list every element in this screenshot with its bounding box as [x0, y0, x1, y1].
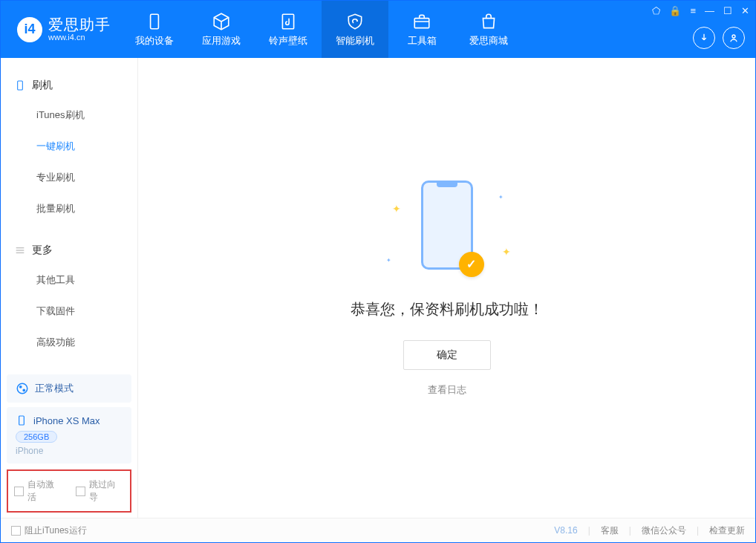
device-type: iPhone — [16, 446, 43, 456]
tab-my-device[interactable]: 我的设备 — [121, 1, 188, 58]
success-message: 恭喜您，保资料刷机成功啦！ — [351, 299, 544, 319]
sidebar-item-oneclick-flash[interactable]: 一键刷机 — [1, 131, 137, 162]
maximize-button[interactable]: ☐ — [723, 5, 732, 16]
lock-icon[interactable]: 🔒 — [669, 5, 681, 16]
shield-refresh-icon — [345, 12, 365, 31]
checkbox-icon — [14, 487, 24, 496]
footer-link-wechat[interactable]: 微信公众号 — [642, 524, 686, 537]
sidebar-item-pro-flash[interactable]: 专业刷机 — [1, 162, 137, 193]
tab-smart-flash[interactable]: 智能刷机 — [322, 1, 388, 58]
svg-point-3 — [732, 35, 735, 38]
menu-icon[interactable]: ≡ — [690, 5, 696, 16]
checkbox-icon — [76, 487, 85, 496]
sidebar-item-batch-flash[interactable]: 批量刷机 — [1, 193, 137, 224]
sidebar: 刷机 iTunes刷机 一键刷机 专业刷机 批量刷机 更多 其他工具 下载固件 … — [1, 58, 138, 518]
checkbox-auto-activate[interactable]: 自动激活 — [14, 478, 62, 504]
footer-link-support[interactable]: 客服 — [601, 524, 619, 537]
svg-point-7 — [23, 389, 25, 391]
svg-rect-8 — [19, 416, 25, 425]
user-icon — [728, 32, 740, 44]
app-name: 爱思助手 — [48, 16, 111, 33]
minimize-button[interactable]: — — [705, 5, 714, 16]
footer-link-update[interactable]: 检查更新 — [709, 524, 745, 537]
logo-icon: i4 — [17, 17, 42, 42]
checkbox-skip-wizard[interactable]: 跳过向导 — [76, 478, 124, 504]
sidebar-group-flash: 刷机 — [1, 71, 137, 100]
device-name: iPhone XS Max — [33, 415, 100, 426]
checkbox-icon — [11, 526, 21, 536]
tab-ringtones-wallpapers[interactable]: 铃声壁纸 — [255, 1, 322, 58]
svg-point-5 — [17, 383, 27, 394]
spark-icon: ✦ — [386, 257, 391, 264]
download-button[interactable] — [693, 27, 715, 49]
tab-toolbox[interactable]: 工具箱 — [388, 1, 455, 58]
sidebar-item-download-firmware[interactable]: 下载固件 — [1, 296, 137, 327]
app-logo: i4 爱思助手 www.i4.cn — [1, 16, 121, 42]
bag-icon — [479, 12, 498, 31]
device-info-card[interactable]: iPhone XS Max 256GB iPhone — [7, 407, 131, 464]
app-header: i4 爱思助手 www.i4.cn 我的设备 应用游戏 铃声壁纸 智能刷机 工具… — [1, 1, 755, 58]
main-content: ✦ ✦ ✦ ✦ ✓ 恭喜您，保资料刷机成功啦！ 确定 查看日志 — [138, 58, 755, 518]
spark-icon: ✦ — [502, 246, 511, 258]
shirt-icon[interactable]: ⬠ — [652, 5, 660, 16]
toolbox-icon — [412, 12, 431, 31]
list-icon — [14, 244, 26, 256]
music-file-icon — [278, 12, 298, 31]
success-illustration: ✦ ✦ ✦ ✦ ✓ — [380, 181, 514, 284]
mode-icon — [16, 382, 29, 395]
options-highlight-box: 自动激活 跳过向导 — [7, 469, 131, 513]
device-storage: 256GB — [16, 431, 57, 443]
view-log-link[interactable]: 查看日志 — [428, 383, 466, 397]
sidebar-item-other-tools[interactable]: 其他工具 — [1, 264, 137, 296]
status-bar: 阻止iTunes运行 V8.16 | 客服 | 微信公众号 | 检查更新 — [1, 518, 755, 542]
phone-icon — [14, 79, 26, 91]
tab-store[interactable]: 爱思商城 — [455, 1, 522, 58]
close-button[interactable]: ✕ — [741, 5, 749, 16]
check-badge-icon: ✓ — [459, 252, 484, 277]
cube-icon — [212, 12, 231, 31]
svg-rect-2 — [414, 18, 429, 27]
tab-apps-games[interactable]: 应用游戏 — [188, 1, 255, 58]
checkbox-block-itunes[interactable]: 阻止iTunes运行 — [11, 524, 87, 537]
sidebar-item-advanced[interactable]: 高级功能 — [1, 327, 137, 358]
download-icon — [698, 32, 710, 44]
sidebar-item-itunes-flash[interactable]: iTunes刷机 — [1, 100, 137, 131]
device-mode-label: 正常模式 — [35, 382, 74, 395]
app-url: www.i4.cn — [48, 33, 111, 42]
ok-button[interactable]: 确定 — [403, 340, 491, 370]
user-button[interactable] — [723, 27, 745, 49]
spark-icon: ✦ — [498, 194, 504, 201]
device-mode-card[interactable]: 正常模式 — [7, 374, 131, 403]
svg-rect-1 — [282, 14, 293, 29]
svg-rect-0 — [151, 14, 159, 29]
device-phone-icon — [16, 414, 27, 426]
spark-icon: ✦ — [392, 203, 401, 215]
version-label: V8.16 — [554, 525, 577, 536]
device-icon — [145, 12, 164, 31]
svg-point-6 — [20, 386, 22, 388]
sidebar-group-more: 更多 — [1, 236, 137, 264]
svg-rect-4 — [18, 81, 23, 90]
